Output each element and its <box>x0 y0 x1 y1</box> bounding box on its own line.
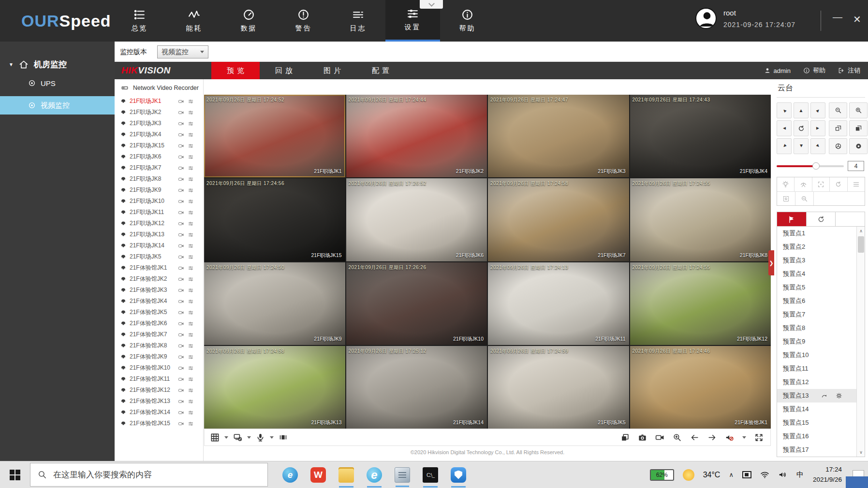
preset-item[interactable]: 预置点9 <box>777 335 865 348</box>
tray-expand-icon[interactable]: ∧ <box>729 471 734 478</box>
snapshot-icon[interactable] <box>638 433 647 442</box>
ptz-auto-rotate-button[interactable] <box>794 120 809 136</box>
video-tile[interactable]: 2021年09月26日 星期日 17:26:52 21F职场JK6 <box>346 178 487 261</box>
ptz-up-left-button[interactable]: ▲ <box>777 102 792 118</box>
close-button[interactable]: ✕ <box>853 14 861 25</box>
video-tile[interactable]: 2021年09月26日 星期日 17:24:56 21F职场JK15 <box>204 178 345 261</box>
camera-list-item[interactable]: 21F体验馆JK7 <box>115 329 203 340</box>
camera-list-item[interactable]: 21F职场JK13 <box>115 229 203 240</box>
camera-list-item[interactable]: 21F职场JK3 <box>115 118 203 129</box>
preset-item[interactable]: 预置点7 <box>777 308 865 321</box>
video-tile[interactable]: 2021年09月26日 星期日 17:24:50 21F职场JK9 <box>204 262 345 345</box>
preset-item[interactable]: 预置点1 <box>777 227 865 240</box>
stream-config-icon[interactable] <box>188 176 194 182</box>
stream-config-icon[interactable] <box>188 154 194 160</box>
camera-list-item[interactable]: 21F体验馆JK5 <box>115 307 203 318</box>
stream-config-icon[interactable] <box>188 399 194 404</box>
camera-list-item[interactable]: 21F体验馆JK8 <box>115 340 203 351</box>
preset-item[interactable]: 预置点15 <box>777 416 865 430</box>
stream-config-icon[interactable] <box>188 388 194 393</box>
chevron-down-icon[interactable] <box>224 436 228 439</box>
camera-list-item[interactable]: 21F职场JK10 <box>115 196 203 207</box>
video-tile[interactable]: 2021年09月26日 星期日 17:26:26 21F职场JK10 <box>346 262 487 345</box>
stream-config-icon[interactable] <box>188 321 194 327</box>
preset-item[interactable]: 预置点2 <box>777 240 865 254</box>
taskbar-clock[interactable]: 17:24 2021/9/26 <box>813 465 842 485</box>
start-stream-icon[interactable] <box>178 287 184 293</box>
stream-config-icon[interactable] <box>188 210 194 215</box>
stream-config-icon[interactable] <box>188 299 194 304</box>
start-stream-icon[interactable] <box>178 210 184 215</box>
stream-config-icon[interactable] <box>188 165 194 171</box>
fullscreen-icon[interactable] <box>754 433 764 442</box>
ptz-speed-slider[interactable] <box>777 165 844 167</box>
search-input[interactable] <box>53 470 237 480</box>
stream-config-icon[interactable] <box>188 365 194 371</box>
start-stream-icon[interactable] <box>178 176 184 182</box>
scrollbar-thumb[interactable] <box>858 236 864 253</box>
taskbar-app-icon[interactable]: W <box>310 467 326 483</box>
sidebar-item[interactable]: UPS <box>0 74 115 92</box>
nav-item[interactable]: 能耗 <box>167 0 221 42</box>
audio-muted-icon[interactable] <box>725 433 734 442</box>
zoom-out-button[interactable] <box>829 102 847 118</box>
taskbar-app-icon[interactable]: e <box>282 467 298 483</box>
ptz-up-button[interactable]: ▲ <box>794 102 809 118</box>
preset-item[interactable]: 预置点8 <box>777 321 865 335</box>
zoom-in-button[interactable] <box>849 102 868 118</box>
start-stream-icon[interactable] <box>178 199 184 204</box>
microphone-icon[interactable] <box>256 433 265 442</box>
start-stream-icon[interactable] <box>178 265 184 271</box>
video-tile[interactable]: 2021年09月26日 星期日 17:24:47 21F职场JK3 <box>488 95 629 177</box>
iris-close-button[interactable] <box>829 138 847 154</box>
record-icon[interactable] <box>655 433 664 442</box>
manual-tracking-button[interactable] <box>795 192 814 205</box>
camera-list-item[interactable]: 21F体验馆JK10 <box>115 362 203 373</box>
nav-item[interactable]: 帮助 <box>440 0 495 42</box>
preset-item[interactable]: 预置点14 <box>777 402 865 416</box>
camera-list-item[interactable]: 21F职场JK7 <box>115 162 203 173</box>
stream-config-icon[interactable] <box>188 110 194 115</box>
stream-config-icon[interactable] <box>188 310 194 316</box>
ptz-down-right-button[interactable]: ▲ <box>810 138 825 154</box>
start-stream-icon[interactable] <box>178 399 184 404</box>
start-stream-icon[interactable] <box>178 154 184 160</box>
nav-item[interactable]: 日志 <box>331 0 385 42</box>
preset-item[interactable]: 预置点6 <box>777 294 865 308</box>
ime-indicator[interactable]: 中 <box>796 470 804 480</box>
start-stream-icon[interactable] <box>178 221 184 227</box>
start-stream-icon[interactable] <box>178 365 184 371</box>
pattern-tab[interactable] <box>836 212 865 226</box>
camera-list-item[interactable]: 21F职场JK14 <box>115 240 203 251</box>
display-icon[interactable] <box>742 471 751 478</box>
video-tile[interactable]: 2021年09月26日 星期日 17:24:43 21F职场JK4 <box>630 95 771 177</box>
ptz-down-button[interactable]: ▲ <box>794 138 809 154</box>
preset-item[interactable]: 预置点17 <box>777 443 865 457</box>
stream-config-icon[interactable] <box>188 143 194 149</box>
start-stream-icon[interactable] <box>178 321 184 327</box>
stream-config-icon[interactable] <box>188 243 194 249</box>
preset-settings-icon[interactable] <box>836 392 842 399</box>
layout-grid-icon[interactable] <box>210 433 220 442</box>
ptz-up-right-button[interactable]: ▲ <box>810 102 825 118</box>
video-tile[interactable]: 2021年09月26日 星期日 17:24:46 21F体验馆JK1 <box>630 346 771 429</box>
stream-config-icon[interactable] <box>188 232 194 238</box>
start-stream-icon[interactable] <box>178 343 184 349</box>
stream-config-icon[interactable] <box>188 199 194 204</box>
start-stream-icon[interactable] <box>178 332 184 338</box>
stream-config-icon[interactable] <box>188 410 194 416</box>
video-tile[interactable]: 2021年09月26日 星期日 17:24:44 21F职场JK2 <box>346 95 487 177</box>
wiper-button[interactable] <box>794 177 812 191</box>
start-stream-icon[interactable] <box>178 121 184 127</box>
start-stream-icon[interactable] <box>178 110 184 115</box>
iris-open-button[interactable] <box>849 138 868 154</box>
camera-list-item[interactable]: 21F体验馆JK11 <box>115 373 203 385</box>
previous-page-icon[interactable] <box>690 433 699 442</box>
start-stream-icon[interactable] <box>178 132 184 138</box>
patrol-tab[interactable] <box>807 212 836 226</box>
stream-config-icon[interactable] <box>188 332 194 338</box>
camera-list-item[interactable]: 21F职场JK12 <box>115 218 203 229</box>
admin-user-link[interactable]: admin <box>764 67 791 74</box>
camera-list-item[interactable]: 21F职场JK5 <box>115 251 203 262</box>
stream-config-icon[interactable] <box>188 343 194 349</box>
